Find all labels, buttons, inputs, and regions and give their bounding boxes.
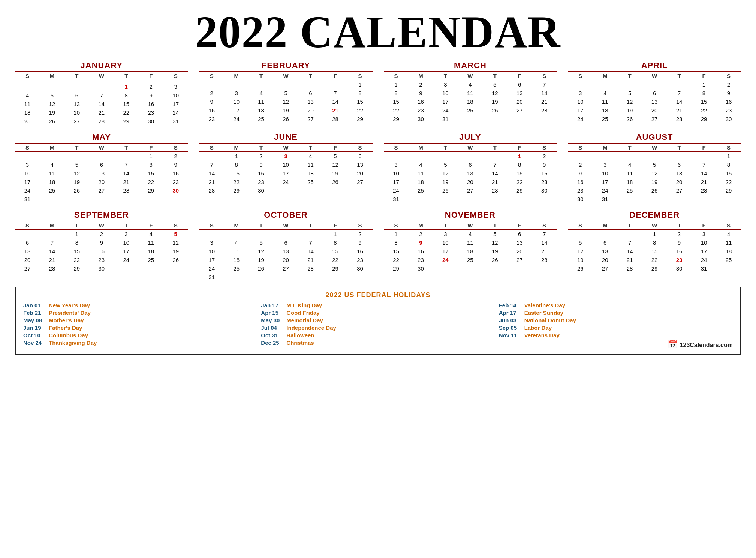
month-title-june: JUNE xyxy=(199,132,373,142)
list-item: May 30 Memorial Day xyxy=(261,317,495,323)
month-august: AUGUST SMTWTFS 1 2345678 9101112131415 1… xyxy=(568,132,741,203)
list-item: Nov 11 Veterans Day xyxy=(499,332,733,338)
list-item: Jun 19 Father's Day xyxy=(23,325,257,331)
list-item: Oct 10 Columbus Day xyxy=(23,332,257,338)
month-september: SEPTEMBER SMTWTFS 12345 6789101112 13141… xyxy=(15,210,188,281)
day-header: T xyxy=(64,72,89,80)
list-item: Nov 24 Thanksgiving Day xyxy=(23,340,257,346)
month-october: OCTOBER SMTWTFS 12 3456789 1011121314151… xyxy=(199,210,373,281)
month-january: JANUARY S M T W T F S 123 45678910 11121… xyxy=(15,61,188,126)
holidays-grid: Jan 01 New Year's Day Feb 21 Presidents'… xyxy=(23,302,733,349)
list-item: Apr 15 Good Friday xyxy=(261,310,495,316)
month-title-january: JANUARY xyxy=(15,61,188,70)
month-june: JUNE SMTWTFS 123456 78910111213 14151617… xyxy=(199,132,373,203)
list-item: 📅 123Calendars.com xyxy=(499,340,733,349)
day-header: M xyxy=(40,72,64,80)
list-item: May 08 Mother's Day xyxy=(23,317,257,323)
month-november: NOVEMBER SMTWTFS 1234567 891011121314 15… xyxy=(384,210,557,281)
month-title-february: FEBRUARY xyxy=(199,61,373,70)
list-item: Jul 04 Independence Day xyxy=(261,325,495,331)
branding-icon: 📅 xyxy=(668,340,678,349)
day-header: F xyxy=(139,72,163,80)
list-item: Apr 17 Easter Sunday xyxy=(499,310,733,316)
holidays-col2: Jan 17 M L King Day Apr 15 Good Friday M… xyxy=(261,302,495,349)
holidays-section: 2022 US FEDERAL HOLIDAYS Jan 01 New Year… xyxy=(15,287,741,355)
list-item: Jan 17 M L King Day xyxy=(261,302,495,308)
day-header: S xyxy=(163,72,188,80)
list-item: Feb 21 Presidents' Day xyxy=(23,310,257,316)
holidays-col1: Jan 01 New Year's Day Feb 21 Presidents'… xyxy=(23,302,257,349)
list-item: Jun 03 National Donut Day xyxy=(499,317,733,323)
month-title-december: DECEMBER xyxy=(568,210,741,220)
month-title-august: AUGUST xyxy=(568,132,741,142)
list-item: Oct 31 Halloween xyxy=(261,332,495,338)
month-march: MARCH SMTWTFS 1234567 891011121314 15161… xyxy=(384,61,557,126)
month-title-november: NOVEMBER xyxy=(384,210,557,220)
list-item: Dec 25 Christmas xyxy=(261,340,495,346)
page-title: 2022 CALENDAR xyxy=(15,7,741,57)
month-april: APRIL SMTWTFS 12 3456789 10111213141516 … xyxy=(568,61,741,126)
month-title-july: JULY xyxy=(384,132,557,142)
list-item: Jan 01 New Year's Day xyxy=(23,302,257,308)
month-july: JULY SMTWTFS 12 3456789 10111213141516 1… xyxy=(384,132,557,203)
month-title-september: SEPTEMBER xyxy=(15,210,188,220)
month-december: DECEMBER SMTWTFS 1234 567891011 12131415… xyxy=(568,210,741,281)
month-title-march: MARCH xyxy=(384,61,557,70)
month-title-may: MAY xyxy=(15,132,188,142)
list-item: Feb 14 Valentine's Day xyxy=(499,302,733,308)
day-header: S xyxy=(15,72,40,80)
month-title-october: OCTOBER xyxy=(199,210,373,220)
month-february: FEBRUARY SMTWTFS 1 2345678 9101112131415… xyxy=(199,61,373,126)
day-header: T xyxy=(114,72,139,80)
holidays-col3: Feb 14 Valentine's Day Apr 17 Easter Sun… xyxy=(499,302,733,349)
calendar-grid: JANUARY S M T W T F S 123 45678910 11121… xyxy=(15,61,741,281)
list-item: Sep 05 Labor Day xyxy=(499,325,733,331)
month-may: MAY SMTWTFS 12 3456789 10111213141516 17… xyxy=(15,132,188,203)
holidays-title: 2022 US FEDERAL HOLIDAYS xyxy=(23,291,733,299)
day-header: W xyxy=(89,72,114,80)
month-title-april: APRIL xyxy=(568,61,741,70)
branding-label: 123Calendars.com xyxy=(680,342,733,349)
